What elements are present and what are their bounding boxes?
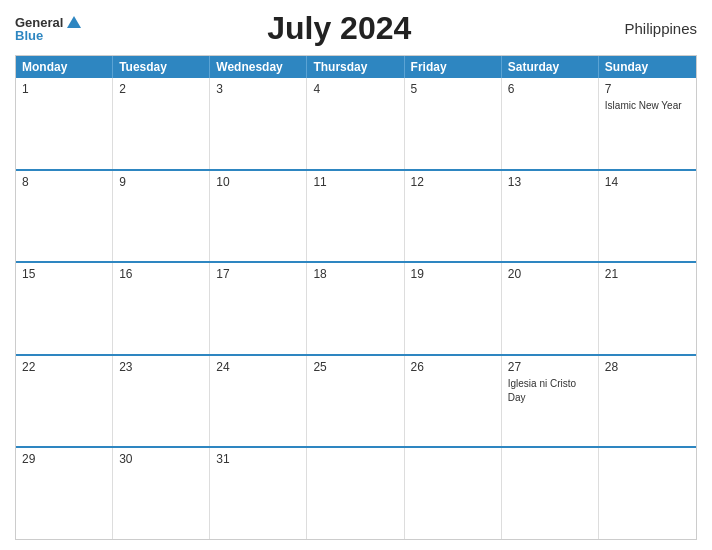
day-number: 17 xyxy=(216,267,300,281)
day-cell-18: 18 xyxy=(307,263,404,354)
day-header-sunday: Sunday xyxy=(599,56,696,78)
week-row-5: 293031 xyxy=(16,446,696,539)
day-number: 9 xyxy=(119,175,203,189)
day-number: 15 xyxy=(22,267,106,281)
day-cell-2: 2 xyxy=(113,78,210,169)
day-number: 1 xyxy=(22,82,106,96)
day-cell-empty-6 xyxy=(599,448,696,539)
day-number: 25 xyxy=(313,360,397,374)
day-cell-20: 20 xyxy=(502,263,599,354)
logo-triangle-icon xyxy=(67,16,81,28)
day-number: 6 xyxy=(508,82,592,96)
day-cell-empty-5 xyxy=(502,448,599,539)
day-cell-22: 22 xyxy=(16,356,113,447)
day-cell-17: 17 xyxy=(210,263,307,354)
logo-general-text: General xyxy=(15,16,63,29)
day-header-friday: Friday xyxy=(405,56,502,78)
day-number: 11 xyxy=(313,175,397,189)
day-cell-30: 30 xyxy=(113,448,210,539)
day-number: 10 xyxy=(216,175,300,189)
day-cell-16: 16 xyxy=(113,263,210,354)
day-number: 22 xyxy=(22,360,106,374)
day-cell-15: 15 xyxy=(16,263,113,354)
day-cell-29: 29 xyxy=(16,448,113,539)
day-header-wednesday: Wednesday xyxy=(210,56,307,78)
day-number: 12 xyxy=(411,175,495,189)
weeks-container: 1234567Islamic New Year89101112131415161… xyxy=(16,78,696,539)
day-event: Islamic New Year xyxy=(605,100,682,111)
logo: General Blue xyxy=(15,16,81,42)
day-number: 26 xyxy=(411,360,495,374)
logo-blue-text: Blue xyxy=(15,29,43,42)
day-number: 30 xyxy=(119,452,203,466)
day-cell-6: 6 xyxy=(502,78,599,169)
day-number: 28 xyxy=(605,360,690,374)
day-number: 5 xyxy=(411,82,495,96)
country-label: Philippines xyxy=(597,20,697,37)
day-cell-9: 9 xyxy=(113,171,210,262)
day-cell-10: 10 xyxy=(210,171,307,262)
day-headers-row: MondayTuesdayWednesdayThursdayFridaySatu… xyxy=(16,56,696,78)
day-cell-5: 5 xyxy=(405,78,502,169)
day-number: 24 xyxy=(216,360,300,374)
day-number: 13 xyxy=(508,175,592,189)
day-number: 27 xyxy=(508,360,592,374)
day-header-saturday: Saturday xyxy=(502,56,599,78)
day-cell-24: 24 xyxy=(210,356,307,447)
calendar: MondayTuesdayWednesdayThursdayFridaySatu… xyxy=(15,55,697,540)
day-cell-21: 21 xyxy=(599,263,696,354)
week-row-1: 1234567Islamic New Year xyxy=(16,78,696,169)
calendar-page: General Blue July 2024 Philippines Monda… xyxy=(0,0,712,550)
week-row-3: 15161718192021 xyxy=(16,261,696,354)
day-number: 14 xyxy=(605,175,690,189)
day-number: 23 xyxy=(119,360,203,374)
day-cell-8: 8 xyxy=(16,171,113,262)
day-cell-13: 13 xyxy=(502,171,599,262)
day-cell-14: 14 xyxy=(599,171,696,262)
week-row-4: 222324252627Iglesia ni Cristo Day28 xyxy=(16,354,696,447)
day-cell-1: 1 xyxy=(16,78,113,169)
day-cell-11: 11 xyxy=(307,171,404,262)
day-cell-4: 4 xyxy=(307,78,404,169)
day-cell-12: 12 xyxy=(405,171,502,262)
day-cell-19: 19 xyxy=(405,263,502,354)
day-cell-26: 26 xyxy=(405,356,502,447)
day-cell-31: 31 xyxy=(210,448,307,539)
header: General Blue July 2024 Philippines xyxy=(15,10,697,47)
day-number: 16 xyxy=(119,267,203,281)
day-cell-3: 3 xyxy=(210,78,307,169)
day-header-tuesday: Tuesday xyxy=(113,56,210,78)
day-number: 7 xyxy=(605,82,690,96)
day-number: 4 xyxy=(313,82,397,96)
day-number: 20 xyxy=(508,267,592,281)
day-number: 19 xyxy=(411,267,495,281)
day-number: 8 xyxy=(22,175,106,189)
day-header-thursday: Thursday xyxy=(307,56,404,78)
day-cell-28: 28 xyxy=(599,356,696,447)
day-number: 29 xyxy=(22,452,106,466)
day-number: 3 xyxy=(216,82,300,96)
day-cell-25: 25 xyxy=(307,356,404,447)
day-cell-23: 23 xyxy=(113,356,210,447)
day-number: 2 xyxy=(119,82,203,96)
week-row-2: 891011121314 xyxy=(16,169,696,262)
day-cell-7: 7Islamic New Year xyxy=(599,78,696,169)
day-cell-27: 27Iglesia ni Cristo Day xyxy=(502,356,599,447)
day-header-monday: Monday xyxy=(16,56,113,78)
day-cell-empty-4 xyxy=(405,448,502,539)
day-number: 18 xyxy=(313,267,397,281)
day-cell-empty-3 xyxy=(307,448,404,539)
day-event: Iglesia ni Cristo Day xyxy=(508,378,576,403)
day-number: 21 xyxy=(605,267,690,281)
page-title: July 2024 xyxy=(81,10,597,47)
day-number: 31 xyxy=(216,452,300,466)
